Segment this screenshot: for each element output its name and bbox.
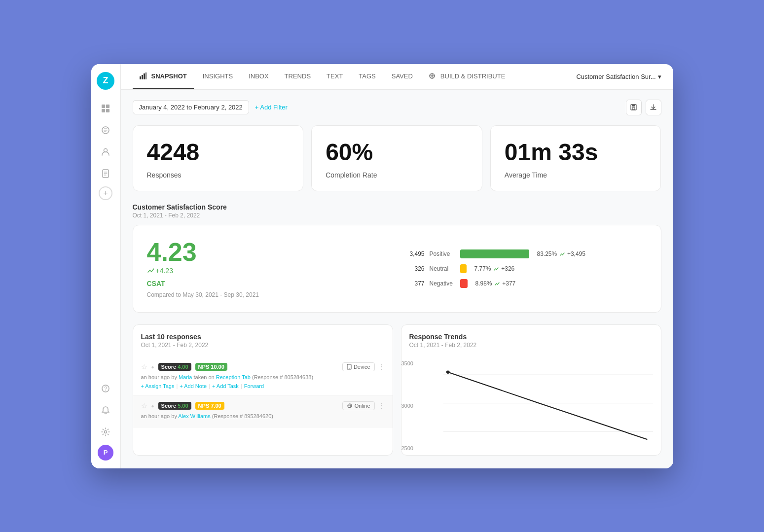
bottom-row: Last 10 responses Oct 1, 2021 - Feb 2, 2… (133, 324, 661, 456)
svg-rect-10 (140, 76, 141, 79)
csat-compare-text: Compared to May 30, 2021 - Sep 30, 2021 (147, 291, 387, 298)
filter-bar: January 4, 2022 to February 2, 2022 + Ad… (133, 100, 661, 115)
dot-icon: ● (151, 403, 154, 409)
sidebar-item-messages[interactable] (97, 121, 114, 139)
survey-selector[interactable]: Customer Satisfaction Sur... ▾ (576, 73, 661, 80)
trends-title: Response Trends (409, 333, 653, 341)
device-badge: Device (342, 362, 375, 371)
content-area: January 4, 2022 to February 2, 2022 + Ad… (121, 90, 673, 468)
device-icon (347, 364, 352, 370)
sidebar-notifications-icon[interactable] (97, 401, 114, 419)
csat-section: Customer Satisfaction Score Oct 1, 2021 … (133, 203, 661, 313)
svg-rect-3 (106, 109, 109, 112)
svg-rect-0 (102, 105, 105, 108)
app-logo[interactable]: Z (97, 72, 114, 90)
more-options-button[interactable]: ⋮ (379, 363, 385, 370)
score-badge: Score 5.00 (158, 402, 191, 410)
chart-y-labels: 3500 3000 2500 (401, 356, 413, 455)
metric-responses: 4248 Responses (133, 125, 304, 192)
csat-bar-positive: 3,495 Positive 83.25% +3,495 (407, 249, 647, 259)
nav-text[interactable]: TEXT (320, 64, 350, 90)
top-nav: SNAPSHOT INSIGHTS INBOX TRENDS TEXT TAGS… (121, 64, 673, 90)
chevron-down-icon: ▾ (658, 73, 661, 80)
svg-rect-11 (142, 75, 143, 79)
star-icon: ☆ (141, 402, 147, 410)
metrics-row: 4248 Responses 60% Completion Rate 01m 3… (133, 125, 661, 192)
svg-point-19 (349, 368, 349, 369)
nav-build[interactable]: BUILD & DISTRIBUTE (422, 64, 512, 90)
svg-rect-12 (144, 73, 145, 79)
completion-label: Completion Rate (326, 171, 468, 179)
save-view-button[interactable] (626, 100, 642, 115)
nps-badge: NPS 7.00 (195, 402, 224, 410)
sidebar-add-button[interactable]: + (99, 186, 112, 200)
neutral-bar (460, 264, 467, 273)
nav-saved[interactable]: SAVED (385, 64, 420, 90)
nps-badge: NPS 10.00 (195, 363, 227, 371)
nav-trends[interactable]: TRENDS (278, 64, 318, 90)
responses-value: 4248 (147, 140, 290, 166)
svg-rect-2 (102, 109, 105, 112)
csat-score: 4.23 (147, 239, 387, 265)
sidebar-item-grid[interactable] (97, 100, 114, 117)
responses-subtitle: Oct 1, 2021 - Feb 2, 2022 (141, 342, 385, 349)
trends-subtitle: Oct 1, 2021 - Feb 2, 2022 (409, 342, 653, 349)
completion-value: 60% (326, 140, 468, 166)
svg-text:?: ? (104, 386, 107, 391)
svg-rect-1 (106, 105, 109, 108)
csat-label: CSAT (147, 280, 387, 287)
forward-button[interactable]: Forward (244, 383, 264, 389)
csat-title: Customer Satisfaction Score (133, 203, 661, 211)
sidebar-help-icon[interactable]: ? (97, 380, 114, 397)
online-icon (347, 403, 353, 408)
device-badge: Online (342, 401, 375, 410)
date-range-filter[interactable]: January 4, 2022 to February 2, 2022 (133, 100, 249, 114)
svg-rect-17 (632, 107, 635, 109)
positive-bar (460, 249, 529, 258)
user-avatar[interactable]: P (98, 445, 113, 461)
csat-bar-neutral: 326 Neutral 7.77% +326 (407, 264, 647, 274)
download-button[interactable] (646, 100, 661, 115)
add-note-button[interactable]: + Add Note (180, 383, 207, 389)
chart-area: 3500 3000 2500 (401, 356, 661, 455)
svg-rect-16 (632, 105, 635, 106)
sidebar: Z + (91, 64, 121, 468)
nav-inbox[interactable]: INBOX (242, 64, 275, 90)
svg-point-24 (446, 371, 449, 374)
metric-completion: 60% Completion Rate (311, 125, 482, 192)
trend-chart (409, 364, 653, 447)
nav-tags[interactable]: TAGS (352, 64, 382, 90)
responses-label: Responses (147, 171, 290, 179)
trend-up-icon (147, 267, 154, 274)
assign-tags-button[interactable]: + Assign Tags (141, 383, 175, 389)
last-responses-card: Last 10 responses Oct 1, 2021 - Feb 2, 2… (133, 324, 393, 456)
avg-time-label: Average Time (505, 171, 647, 179)
more-options-button[interactable]: ⋮ (379, 402, 385, 409)
sidebar-item-users[interactable] (97, 143, 114, 161)
responses-title: Last 10 responses (141, 333, 385, 341)
negative-bar (460, 279, 468, 288)
sidebar-item-tasks[interactable] (97, 165, 114, 182)
response-trends-card: Response Trends Oct 1, 2021 - Feb 2, 202… (401, 324, 661, 456)
nav-insights[interactable]: INSIGHTS (196, 64, 240, 90)
nav-snapshot[interactable]: SNAPSHOT (133, 64, 194, 90)
avg-time-value: 01m 33s (505, 140, 647, 166)
sidebar-settings-icon[interactable] (97, 423, 114, 441)
response-meta: an hour ago by Maria taken on Reception … (141, 374, 385, 380)
response-person-link[interactable]: Alex Williams (178, 413, 210, 419)
response-meta: an hour ago by Alex Williams (Response #… (141, 413, 385, 419)
dot-icon: ● (151, 364, 154, 370)
response-item: ☆ ● Score 5.00 NPS 7.00 (133, 395, 393, 428)
metric-avg-time: 01m 33s Average Time (490, 125, 661, 192)
add-task-button[interactable]: + Add Task (212, 383, 239, 389)
add-filter-button[interactable]: + Add Filter (255, 104, 288, 111)
response-person-link[interactable]: Maria (179, 374, 192, 380)
csat-card: 4.23 +4.23 CSAT Compared to May 30, 2021… (133, 225, 661, 313)
csat-subtitle: Oct 1, 2021 - Feb 2, 2022 (133, 212, 661, 219)
response-item: ☆ ● Score 4.00 NPS 10.00 (133, 356, 393, 395)
csat-bar-negative: 377 Negative 8.98% +377 (407, 279, 647, 288)
main-content: SNAPSHOT INSIGHTS INBOX TRENDS TEXT TAGS… (121, 64, 673, 468)
response-location-link[interactable]: Reception Tab (216, 374, 251, 380)
svg-rect-13 (146, 72, 146, 79)
csat-left: 4.23 +4.23 CSAT Compared to May 30, 2021… (147, 239, 387, 298)
